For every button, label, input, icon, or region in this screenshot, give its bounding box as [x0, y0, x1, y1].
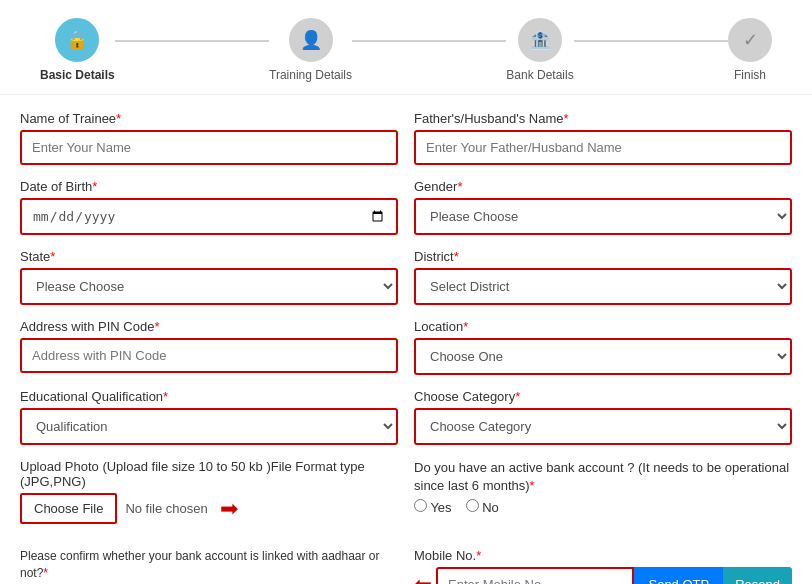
upload-label: Upload Photo (Upload file size 10 to 50 …: [20, 459, 398, 489]
trainee-name-label: Name of Trainee*: [20, 111, 398, 126]
mobile-input[interactable]: [436, 567, 634, 584]
choose-file-button[interactable]: Choose File: [20, 493, 117, 524]
bank-yes-label[interactable]: Yes: [414, 499, 452, 515]
group-location: Location* Choose One: [414, 319, 792, 375]
file-upload-row: Choose File No file chosen ➡: [20, 493, 398, 524]
step-label-basic: Basic Details: [40, 68, 115, 82]
group-district: District* Select District: [414, 249, 792, 305]
step-circle-bank: 🏦: [518, 18, 562, 62]
main-container: 🔒 Basic Details 👤 Training Details 🏦 Ban…: [0, 0, 812, 584]
trainee-name-input[interactable]: [20, 130, 398, 165]
row-address-location: Address with PIN Code* Location* Choose …: [20, 319, 792, 375]
group-father-name: Father's/Husband's Name*: [414, 111, 792, 165]
row-state-district: State* Please Choose District* Select Di…: [20, 249, 792, 305]
step-circle-finish: ✓: [728, 18, 772, 62]
form-area: Name of Trainee* Father's/Husband's Name…: [0, 95, 812, 584]
file-name-display: No file chosen: [125, 501, 207, 516]
step-connector-1: [115, 40, 269, 42]
bank-radio-row: Yes No: [414, 499, 792, 519]
bank-yes-radio[interactable]: [414, 499, 427, 512]
row-names: Name of Trainee* Father's/Husband's Name…: [20, 111, 792, 165]
gender-label: Gender*: [414, 179, 792, 194]
step-basic: 🔒 Basic Details: [40, 18, 115, 82]
step-bank: 🏦 Bank Details: [506, 18, 573, 82]
group-trainee-name: Name of Trainee*: [20, 111, 398, 165]
category-label: Choose Category*: [414, 389, 792, 404]
step-connector-3: [574, 40, 728, 42]
resend-button[interactable]: Resend: [723, 567, 792, 584]
edu-label: Educational Qualification*: [20, 389, 398, 404]
confirm-label: Please confirm whether your bank account…: [20, 548, 398, 582]
group-edu: Educational Qualification* Qualification: [20, 389, 398, 445]
group-address: Address with PIN Code*: [20, 319, 398, 375]
bank-no-label[interactable]: No: [466, 499, 499, 515]
row-edu-category: Educational Qualification* Qualification…: [20, 389, 792, 445]
group-confirm: Please confirm whether your bank account…: [20, 548, 398, 584]
group-state: State* Please Choose: [20, 249, 398, 305]
location-label: Location*: [414, 319, 792, 334]
step-label-finish: Finish: [734, 68, 766, 82]
bank-no-radio[interactable]: [466, 499, 479, 512]
group-upload: Upload Photo (Upload file size 10 to 50 …: [20, 459, 398, 524]
location-select[interactable]: Choose One: [414, 338, 792, 375]
arrow-icon-mobile: ➡: [414, 572, 432, 585]
group-bank: Do you have an active bank account ? (It…: [414, 459, 792, 534]
step-connector-2: [352, 40, 506, 42]
step-circle-training: 👤: [289, 18, 333, 62]
row-dob-gender: Date of Birth* Gender* Please Choose Mal…: [20, 179, 792, 235]
step-circle-basic: 🔒: [55, 18, 99, 62]
district-label: District*: [414, 249, 792, 264]
edu-select[interactable]: Qualification: [20, 408, 398, 445]
mobile-input-row: Send OTP Resend: [436, 567, 792, 584]
group-category: Choose Category* Choose Category: [414, 389, 792, 445]
step-finish: ✓ Finish: [728, 18, 772, 82]
group-mobile: Mobile No.* ➡ Send OTP Resend: [414, 548, 792, 584]
dob-input[interactable]: [20, 198, 398, 235]
step-training: 👤 Training Details: [269, 18, 352, 82]
mobile-label: Mobile No.*: [414, 548, 792, 563]
row-confirm-mobile: Please confirm whether your bank account…: [20, 548, 792, 584]
send-otp-button[interactable]: Send OTP: [634, 567, 723, 584]
gender-select[interactable]: Please Choose Male Female Other: [414, 198, 792, 235]
father-name-input[interactable]: [414, 130, 792, 165]
state-select[interactable]: Please Choose: [20, 268, 398, 305]
district-select[interactable]: Select District: [414, 268, 792, 305]
arrow-icon-upload: ➡: [220, 496, 238, 522]
step-label-training: Training Details: [269, 68, 352, 82]
bank-label: Do you have an active bank account ? (It…: [414, 459, 792, 495]
address-input[interactable]: [20, 338, 398, 373]
group-dob: Date of Birth*: [20, 179, 398, 235]
father-name-label: Father's/Husband's Name*: [414, 111, 792, 126]
row-upload-bank: Upload Photo (Upload file size 10 to 50 …: [20, 459, 792, 534]
category-select[interactable]: Choose Category: [414, 408, 792, 445]
group-gender: Gender* Please Choose Male Female Other: [414, 179, 792, 235]
dob-label: Date of Birth*: [20, 179, 398, 194]
step-label-bank: Bank Details: [506, 68, 573, 82]
address-label: Address with PIN Code*: [20, 319, 398, 334]
state-label: State*: [20, 249, 398, 264]
stepper: 🔒 Basic Details 👤 Training Details 🏦 Ban…: [0, 0, 812, 95]
